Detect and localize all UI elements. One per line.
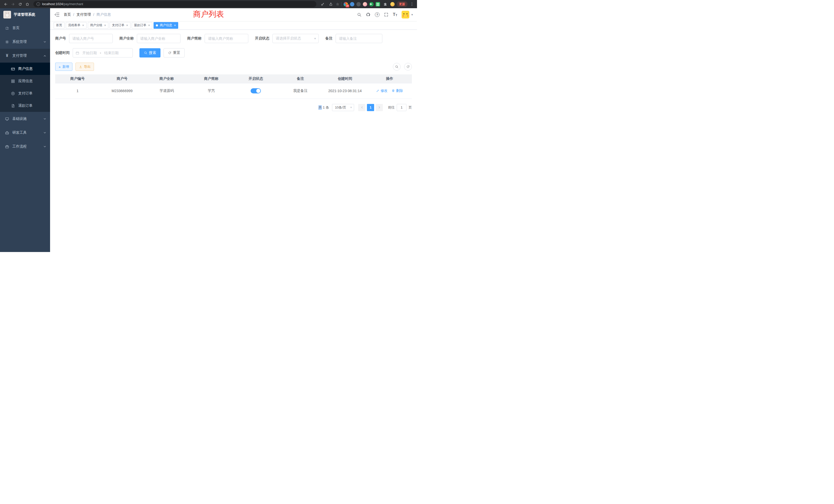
pencil-icon bbox=[376, 89, 379, 92]
avatar-caret-icon[interactable]: ▾ bbox=[411, 13, 413, 17]
close-icon[interactable]: × bbox=[148, 24, 150, 27]
sidebar-item-pay-order[interactable]: 支付订单 bbox=[0, 87, 50, 99]
start-date-input[interactable] bbox=[81, 51, 98, 55]
hamburger-icon[interactable] bbox=[54, 12, 60, 18]
date-range-picker[interactable]: - bbox=[73, 48, 133, 58]
browser-forward-button[interactable] bbox=[10, 1, 16, 7]
cell-create-time: 2021-10-23 08:31:14 bbox=[323, 83, 368, 98]
tab-home[interactable]: 首页 bbox=[54, 22, 64, 29]
refresh-table-button[interactable] bbox=[404, 63, 412, 71]
breadcrumb-item-pay[interactable]: 支付管理 bbox=[76, 12, 91, 17]
status-toggle[interactable] bbox=[250, 88, 261, 93]
password-key-icon[interactable] bbox=[320, 1, 326, 7]
note-lines-icon bbox=[376, 3, 379, 6]
extension-blue-drop-icon[interactable] bbox=[350, 2, 354, 6]
tab-user-group[interactable]: 用户分组× bbox=[88, 22, 109, 29]
sidebar: 芋道管理系统 首页 系统管理 bbox=[0, 8, 50, 252]
breadcrumb: 首页 / 支付管理 / 商户信息 bbox=[64, 12, 111, 17]
github-icon[interactable] bbox=[366, 12, 371, 17]
close-icon[interactable]: × bbox=[174, 24, 176, 27]
search-button[interactable]: 搜索 bbox=[139, 48, 160, 58]
delete-link[interactable]: 删除 bbox=[392, 89, 403, 93]
close-icon[interactable]: × bbox=[82, 24, 84, 27]
tab-refund-order[interactable]: 退款订单× bbox=[132, 22, 153, 29]
plus-icon: + bbox=[59, 65, 61, 69]
toggle-search-button[interactable] bbox=[393, 63, 400, 71]
extension-pink-circle-icon[interactable] bbox=[363, 2, 367, 6]
cell-status bbox=[234, 83, 278, 98]
breadcrumb-item-home[interactable]: 首页 bbox=[64, 12, 71, 17]
sidebar-item-infra[interactable]: 基础设施 bbox=[0, 112, 50, 126]
sidebar-item-refund-order[interactable]: 退款订单 bbox=[0, 99, 50, 112]
close-icon[interactable]: × bbox=[104, 24, 106, 27]
page-1-button[interactable]: 1 bbox=[367, 104, 374, 111]
fullscreen-icon[interactable] bbox=[384, 12, 389, 17]
sidebar-item-home[interactable]: 首页 bbox=[0, 21, 50, 35]
filter-row-1: 商户号 商户全称 商户简称 开启状态 请选择开启状态 bbox=[55, 34, 412, 43]
breadcrumb-separator: / bbox=[73, 13, 74, 17]
help-icon[interactable]: ? bbox=[375, 12, 379, 17]
tags-view-bar: 首页 流程表单× 用户分组× 支付订单× 退款订单× 商户信息× bbox=[50, 21, 417, 30]
sidebar-item-pay[interactable]: ¥ 支付管理 bbox=[0, 49, 50, 63]
browser-toolbar-right: ☆ 10 更新 ⋮ bbox=[320, 1, 414, 7]
toolbar-left: + 新增 导出 bbox=[55, 63, 94, 71]
edit-link[interactable]: 修改 bbox=[376, 89, 388, 93]
font-size-icon[interactable]: TT bbox=[393, 13, 397, 17]
sidebar-item-merchant-info[interactable]: 商户信息 bbox=[0, 63, 50, 75]
filter-create-time: 创建时间 - bbox=[55, 48, 133, 58]
browser-back-button[interactable] bbox=[3, 1, 9, 7]
chevron-down-icon bbox=[43, 145, 46, 148]
extension-colorful-icon[interactable]: 10 bbox=[344, 2, 348, 6]
profile-avatar-icon[interactable] bbox=[390, 2, 395, 6]
tab-process-form[interactable]: 流程表单× bbox=[66, 22, 87, 29]
bookmark-star-icon[interactable]: ☆ bbox=[336, 2, 339, 6]
sidebar-item-label: 工作流程 bbox=[12, 144, 27, 149]
search-icon[interactable] bbox=[357, 12, 361, 17]
goto-page-input[interactable] bbox=[397, 104, 407, 111]
extension-badge: 10 bbox=[346, 4, 349, 7]
chevron-down-icon bbox=[43, 117, 46, 120]
site-info-icon[interactable]: i bbox=[37, 2, 40, 6]
share-icon[interactable] bbox=[328, 1, 334, 7]
export-button[interactable]: 导出 bbox=[75, 63, 94, 71]
page-size-select[interactable]: 10条/页 ▾ bbox=[332, 104, 354, 111]
sidebar-item-label: 首页 bbox=[12, 26, 20, 30]
next-page-button[interactable] bbox=[376, 104, 383, 111]
add-button[interactable]: + 新增 bbox=[55, 63, 72, 71]
toolbar-right bbox=[393, 63, 412, 71]
address-bar[interactable]: i localhost:1024/pay/merchant bbox=[34, 1, 316, 7]
sidebar-item-app-info[interactable]: 应用信息 bbox=[0, 75, 50, 87]
extension-green-play-icon[interactable] bbox=[369, 2, 374, 6]
status-select[interactable]: 请选择开启状态 ▾ bbox=[272, 34, 319, 43]
extensions-puzzle-icon[interactable] bbox=[382, 1, 388, 7]
search-icon bbox=[395, 65, 398, 69]
url-path: /pay/merchant bbox=[63, 2, 83, 6]
sidebar-item-dev-tools[interactable]: 研发工具 bbox=[0, 126, 50, 140]
reset-button[interactable]: 重置 bbox=[163, 48, 184, 58]
extension-dark-circle-icon[interactable] bbox=[356, 2, 361, 6]
browser-menu-icon[interactable]: ⋮ bbox=[410, 2, 414, 6]
sidebar-item-workflow[interactable]: 工作流程 bbox=[0, 140, 50, 154]
short-name-input[interactable] bbox=[205, 34, 248, 43]
credit-card-icon bbox=[11, 67, 15, 71]
cell-merchant-short-name: 芋艿 bbox=[189, 83, 234, 98]
full-name-input[interactable] bbox=[137, 34, 180, 43]
browser-refresh-button[interactable] bbox=[17, 1, 23, 7]
calendar-icon bbox=[75, 51, 79, 55]
end-date-input[interactable] bbox=[103, 51, 120, 55]
browser-update-button[interactable]: 更新 bbox=[397, 1, 408, 7]
browser-home-button[interactable] bbox=[24, 1, 30, 7]
grid-icon bbox=[11, 79, 15, 84]
page: i localhost:1024/pay/merchant ☆ 10 bbox=[0, 0, 417, 252]
remark-input[interactable] bbox=[336, 34, 382, 43]
prev-page-button[interactable] bbox=[358, 104, 366, 111]
sidebar-item-system[interactable]: 系统管理 bbox=[0, 35, 50, 49]
extension-green-note-icon[interactable] bbox=[376, 2, 380, 6]
user-avatar[interactable] bbox=[401, 11, 409, 19]
tab-pay-order[interactable]: 支付订单× bbox=[110, 22, 130, 29]
tab-merchant-info[interactable]: 商户信息× bbox=[154, 22, 178, 29]
merchant-no-input[interactable] bbox=[69, 34, 113, 43]
close-icon[interactable]: × bbox=[126, 24, 128, 27]
app-logo[interactable]: 芋道管理系统 bbox=[0, 8, 50, 21]
app-title: 芋道管理系统 bbox=[14, 12, 35, 17]
